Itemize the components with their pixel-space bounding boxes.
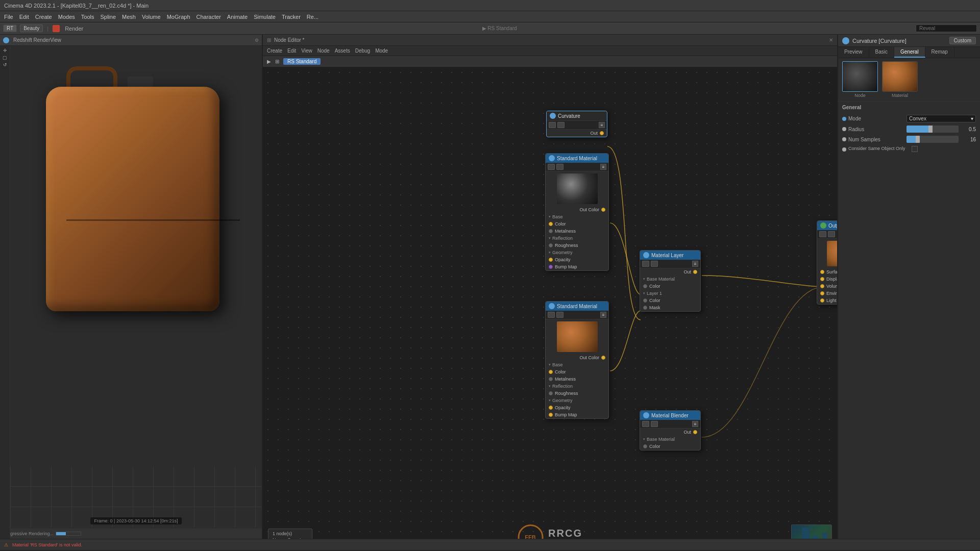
mb-sub-btn1[interactable] [642,421,649,427]
ml-base-color-port[interactable] [643,284,647,288]
std1-metalness-port[interactable] [549,229,553,233]
menu-bar[interactable]: File Edit Create Modes Tools Spline Mesh… [0,11,980,22]
menu-volume[interactable]: Volume [142,14,161,20]
curvature-sub-menu[interactable]: ≡ [599,122,605,128]
curvature-sub-btn1[interactable] [549,122,556,128]
output-environment-port[interactable] [820,291,824,295]
tab-general[interactable]: General [894,47,925,58]
minimap[interactable] [791,524,832,539]
menu-mesh[interactable]: Mesh [122,14,136,20]
ml-out-port[interactable] [693,270,697,274]
std2-sub-menu[interactable]: ≡ [600,312,606,318]
ml-sub-menu[interactable]: ≡ [692,261,698,267]
std2-roughness-port[interactable] [549,391,553,395]
node-canvas[interactable]: Curvature ≡ Out Standard Material [263,67,837,539]
tab-remap[interactable]: Remap [925,47,954,58]
tool-select[interactable]: ▢ [3,55,7,60]
ml-mask-port[interactable] [643,306,647,310]
viewport-controls[interactable]: ⚙ [255,38,259,43]
menu-simulate[interactable]: Simulate [254,14,276,20]
radius-slider[interactable] [906,126,959,133]
output-sub-btn2[interactable] [828,231,835,237]
std1-sub-btn1[interactable] [548,164,555,170]
std2-color-port[interactable] [549,370,553,374]
menu-tracker[interactable]: Tracker [282,14,301,20]
std2-out-port[interactable] [601,356,605,360]
std1-roughness-port[interactable] [549,243,553,247]
menu-spline[interactable]: Spline [100,14,116,20]
node-editor-menu[interactable]: Create Edit View Node Assets Debug Mode [263,46,837,56]
std1-bumpmap-port[interactable] [549,265,553,269]
ne-menu-assets[interactable]: Assets [335,48,350,54]
ne-toolbar-icon2[interactable]: ⊞ [275,59,279,64]
mb-sub-btn2[interactable] [651,421,658,427]
menu-tools[interactable]: Tools [81,14,94,20]
menu-animate[interactable]: Animate [227,14,248,20]
tool-rotate[interactable]: ↺ [3,62,7,67]
mb-header[interactable]: Material Blender [640,411,700,420]
node-material-layer[interactable]: Material Layer ≡ Out ▾ Base Material [640,250,701,312]
std2-header[interactable]: Standard Material [546,302,608,311]
mb-base-color-port[interactable] [643,444,647,448]
std1-sub-btn2[interactable] [556,164,564,170]
output-surface-port[interactable] [820,270,824,274]
curvature-header[interactable]: Curvature [547,111,607,121]
node-editor-close-icon[interactable]: ✕ [829,37,833,43]
output-displacement-port[interactable] [820,277,824,281]
reveal-input[interactable] [916,24,977,32]
ne-menu-mode[interactable]: Mode [375,48,388,54]
std1-opacity-port[interactable] [549,258,553,262]
node-material-blender[interactable]: Material Blender ≡ Out ▾ Base Material [640,410,701,450]
output-header[interactable]: Output [817,221,837,230]
node-standard-1[interactable]: Standard Material ≡ Out Color ▾ Base [545,153,609,271]
ml-layer1-color-port[interactable] [643,298,647,303]
ml-sub-btn2[interactable] [651,261,658,267]
std1-sub-menu[interactable]: ≡ [600,164,606,170]
ne-menu-node[interactable]: Node [317,48,330,54]
ne-menu-view[interactable]: View [301,48,312,54]
custom-btn[interactable]: Custom [949,37,976,44]
node-output[interactable]: Output Surface Displacement Volume [817,220,837,305]
ne-menu-debug[interactable]: Debug [355,48,370,54]
ne-menu-create[interactable]: Create [267,48,282,54]
node-standard-2[interactable]: Standard Material ≡ Out Color ▾ Base [545,301,609,419]
preview-material-thumb[interactable]: Material [882,61,918,98]
output-sub-btn1[interactable] [819,231,826,237]
ml-header[interactable]: Material Layer [640,251,700,260]
menu-mograph[interactable]: MoGraph [167,14,190,20]
std2-opacity-port[interactable] [549,406,553,410]
std2-bumpmap-port[interactable] [549,413,553,417]
render-mode[interactable]: Beauty [20,24,43,32]
tab-basic[interactable]: Basic [869,47,894,58]
menu-edit[interactable]: Edit [19,14,29,20]
curvature-out-port[interactable] [600,131,604,135]
num-samples-slider[interactable] [906,136,959,143]
std2-sub-btn2[interactable] [556,312,564,318]
menu-create[interactable]: Create [35,14,52,20]
mb-out-port[interactable] [693,430,697,434]
std1-out-port[interactable] [601,208,605,212]
menu-ren[interactable]: Re... [307,14,318,20]
mb-sub-menu[interactable]: ≡ [692,421,698,427]
std1-header[interactable]: Standard Material [546,154,608,163]
std1-color-port[interactable] [549,222,553,226]
menu-file[interactable]: File [4,14,13,20]
mode-dropdown[interactable]: Convex ▾ [906,115,976,122]
std2-sub-btn1[interactable] [548,312,555,318]
output-light-port[interactable] [820,298,824,303]
output-volume-port[interactable] [820,284,824,288]
menu-character[interactable]: Character [197,14,221,20]
curvature-sub-btn2[interactable] [557,122,565,128]
std2-metalness-port[interactable] [549,377,553,381]
menu-modes[interactable]: Modes [58,14,75,20]
ml-sub-btn1[interactable] [642,261,649,267]
node-curvature[interactable]: Curvature ≡ Out [546,111,607,137]
preview-node-thumb[interactable]: Node [842,61,878,98]
ne-toolbar-icon1[interactable]: ▶ [267,59,271,64]
tab-preview[interactable]: Preview [838,47,869,58]
consider-same-checkbox[interactable] [912,146,918,152]
ne-menu-edit[interactable]: Edit [287,48,296,54]
tool-move[interactable]: ✛ [3,48,7,53]
render-btn[interactable]: RT [3,24,17,32]
toolbar-render-btn2[interactable] [53,25,60,32]
